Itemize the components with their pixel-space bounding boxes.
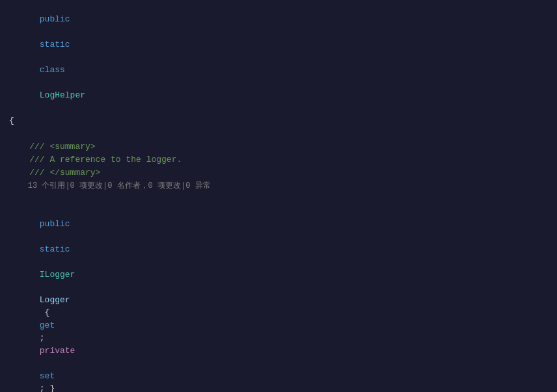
line-meta-1: 13 个引用|0 项更改|0 名作者，0 项更改|0 异常 — [0, 179, 557, 192]
kw-public-1: public — [40, 219, 70, 229]
line-comment-2: /// A reference to the logger. — [0, 153, 557, 166]
class-name: LogHelper — [40, 90, 85, 100]
code-container: public static class LogHelper { /// <sum… — [0, 0, 557, 392]
kw-get: get — [40, 320, 55, 330]
kw-set: set — [40, 371, 55, 381]
comment-reference: /// A reference to the logger. — [9, 155, 182, 164]
comment-summary-close: /// </summary> — [9, 168, 100, 177]
line-open-brace-1: { — [0, 114, 557, 127]
comment-summary-open: /// <summary> — [9, 142, 96, 151]
line-comment-1: /// <summary> — [0, 140, 557, 153]
line-class-header: public static class LogHelper — [0, 0, 557, 114]
line-comment-3: /// </summary> — [0, 166, 557, 179]
line-logger-property: public static ILogger Logger { get ; pri… — [0, 192, 557, 393]
prop-logger: Logger — [40, 295, 70, 305]
keyword-class: class — [40, 65, 65, 75]
meta-references-1: 13 个引用|0 项更改|0 名作者，0 项更改|0 异常 — [9, 181, 211, 190]
type-ilogger: ILogger — [40, 270, 75, 280]
kw-private: private — [40, 346, 75, 356]
line-blank-1 — [0, 127, 557, 140]
keyword-static: static — [40, 40, 70, 49]
kw-static-1: static — [40, 244, 70, 254]
keyword-public: public — [40, 14, 70, 24]
